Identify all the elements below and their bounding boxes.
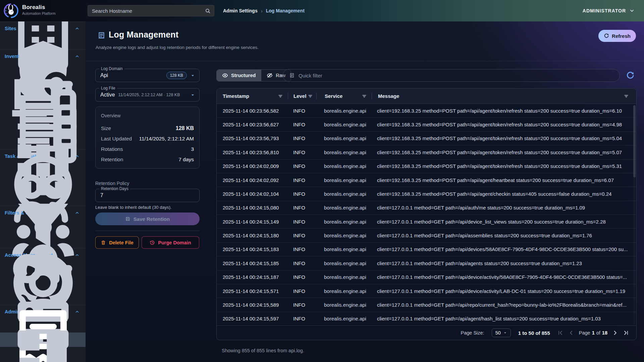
main-content: Log Management Analyze engine logs and a… xyxy=(86,21,644,362)
row-level: INFO xyxy=(288,274,316,280)
pagination-bar: Page Size: 50 1 to 50 of 855 Page 1 of 1… xyxy=(217,325,636,340)
trash-icon xyxy=(101,240,106,245)
delete-file-label: Delete File xyxy=(109,240,133,245)
row-level: INFO xyxy=(288,302,316,308)
overview-row-label: Last Updated xyxy=(101,136,132,142)
overview-row-label: Rotations xyxy=(101,146,123,152)
log-domain-select[interactable]: Log Domain Api 128 KB xyxy=(95,69,200,82)
table-row-2025-11-14-00-24-15-080[interactable]: 2025-11-14 00:24:15,080 INFO borealis.en… xyxy=(217,201,636,215)
breadcrumb-current[interactable]: Log Management xyxy=(266,8,305,13)
table-row-2025-11-14-00-23-56-582[interactable]: 2025-11-14 00:23:56,582 INFO borealis.en… xyxy=(217,104,636,117)
breadcrumb-parent[interactable]: Admin Settings xyxy=(223,8,258,13)
row-timestamp: 2025-11-14 00:24:15,149 xyxy=(217,219,288,225)
row-service: borealis.engine.api xyxy=(316,191,371,197)
retention-days-input[interactable] xyxy=(100,192,195,198)
table-row-2025-11-14-00-24-15-571[interactable]: 2025-11-14 00:24:15,571 INFO borealis.en… xyxy=(217,284,636,298)
page-title: Log Management xyxy=(109,30,178,40)
filter-icon[interactable] xyxy=(624,94,629,99)
row-message: client=127.0.0.1 method=GET path=/api/de… xyxy=(371,274,636,280)
caret-down-icon xyxy=(190,93,195,98)
borealis-logo xyxy=(3,3,19,18)
row-range: 1 to 50 of 855 xyxy=(518,330,550,336)
page-word: Page xyxy=(579,330,590,336)
scrollbar-thumb[interactable] xyxy=(633,105,636,177)
row-level: INFO xyxy=(288,233,316,238)
row-timestamp: 2025-11-14 00:24:15,597 xyxy=(217,316,288,321)
caret-down-icon xyxy=(190,73,195,78)
log-file-select[interactable]: Log File Active 11/14/2025, 2:12:12 AM ·… xyxy=(95,88,200,102)
table-row-2025-11-14-00-24-15-589[interactable]: 2025-11-14 00:24:15,589 INFO borealis.en… xyxy=(217,298,636,311)
row-message: client=127.0.0.1 method=GET path=/api/as… xyxy=(371,233,636,238)
table-row-2025-11-14-00-24-15-187[interactable]: 2025-11-14 00:24:15,187 INFO borealis.en… xyxy=(217,270,636,284)
quick-filter[interactable] xyxy=(283,69,620,82)
table-row-2025-11-14-00-24-15-180[interactable]: 2025-11-14 00:24:15,180 INFO borealis.en… xyxy=(217,228,636,242)
table-scrollbar[interactable] xyxy=(633,105,636,324)
row-level: INFO xyxy=(288,316,316,321)
quick-filter-input[interactable] xyxy=(299,73,614,78)
table-row-2025-11-14-00-24-15-149[interactable]: 2025-11-14 00:24:15,149 INFO borealis.en… xyxy=(217,215,636,228)
retention-policy-heading: Retention Policy xyxy=(95,181,200,186)
prev-page-icon[interactable] xyxy=(568,330,574,336)
overview-row-value: 7 days xyxy=(178,157,194,163)
last-page-icon[interactable] xyxy=(623,330,629,336)
row-message: client=127.0.0.1 method=GET path=/api/de… xyxy=(371,288,636,294)
refresh-button[interactable]: Refresh xyxy=(598,30,636,42)
log-file-label: Log File xyxy=(99,86,117,90)
row-message: client=127.0.0.1 method=GET path=/api/au… xyxy=(371,205,636,210)
page-size-select[interactable]: 50 xyxy=(492,328,511,337)
row-timestamp: 2025-11-14 00:23:56,793 xyxy=(217,135,288,141)
table-row-2025-11-14-00-24-02-009[interactable]: 2025-11-14 00:24:02,009 INFO borealis.en… xyxy=(217,159,636,173)
table-row-2025-11-14-00-24-15-185[interactable]: 2025-11-14 00:24:15,185 INFO borealis.en… xyxy=(217,256,636,270)
row-timestamp: 2025-11-14 00:23:56,810 xyxy=(217,149,288,155)
refresh-icon xyxy=(604,33,609,39)
user-menu[interactable]: ADMINISTRATOR xyxy=(583,0,635,21)
overview-title: Overview xyxy=(101,113,194,118)
structured-toggle[interactable]: Structured xyxy=(217,70,261,81)
filter-icon[interactable] xyxy=(308,94,313,99)
filter-icon[interactable] xyxy=(362,94,367,99)
retention-days-label: Retention Days xyxy=(99,186,130,191)
row-level: INFO xyxy=(288,122,316,127)
table-row-2025-11-14-00-23-56-810[interactable]: 2025-11-14 00:23:56,810 INFO borealis.en… xyxy=(217,145,636,159)
first-page-icon[interactable] xyxy=(557,330,564,336)
retention-days-field[interactable]: Retention Days xyxy=(95,189,200,202)
row-message: client=127.0.0.1 method=GET path=/api/de… xyxy=(371,246,636,252)
refresh-label: Refresh xyxy=(612,33,631,39)
table-row-2025-11-14-00-24-15-183[interactable]: 2025-11-14 00:24:15,183 INFO borealis.en… xyxy=(217,242,636,256)
log-page-icon xyxy=(97,32,106,40)
table-row-2025-11-14-00-24-15-597[interactable]: 2025-11-14 00:24:15,597 INFO borealis.en… xyxy=(217,312,636,325)
page-subtitle: Analyze engine logs and adjust log reten… xyxy=(96,45,259,50)
row-timestamp: 2025-11-14 00:24:15,571 xyxy=(217,288,288,294)
purge-domain-label: Purge Domain xyxy=(158,240,191,245)
overview-row-value: 11/14/2025, 2:12:12 AM xyxy=(139,136,194,142)
row-service: borealis.engine.api xyxy=(316,135,371,141)
table-row-2025-11-14-00-23-56-627[interactable]: 2025-11-14 00:23:56,627 INFO borealis.en… xyxy=(217,117,636,131)
filter-icon[interactable] xyxy=(278,94,283,99)
next-page-icon[interactable] xyxy=(612,330,618,336)
log-file-value: Active xyxy=(100,92,115,98)
table-row-2025-11-14-00-24-02-104[interactable]: 2025-11-14 00:24:02,104 INFO borealis.en… xyxy=(217,187,636,200)
table-row-2025-11-14-00-24-02-092[interactable]: 2025-11-14 00:24:02,092 INFO borealis.en… xyxy=(217,173,636,187)
delete-file-button[interactable]: Delete File xyxy=(95,236,139,249)
purge-domain-button[interactable]: Purge Domain xyxy=(142,236,199,249)
log-domain-value: Api xyxy=(100,72,108,78)
save-retention-label: Save Retention xyxy=(133,216,170,222)
row-service: borealis.engine.api xyxy=(316,288,371,294)
overview-rows: Size 128 KB Last Updated 11/14/2025, 2:1… xyxy=(101,123,194,165)
row-level: INFO xyxy=(288,205,316,210)
row-service: borealis.engine.api xyxy=(316,108,371,114)
hostname-search[interactable] xyxy=(88,5,214,16)
save-retention-button[interactable]: Save Retention xyxy=(95,213,200,225)
caret-down-icon xyxy=(503,331,507,335)
row-message: client=127.0.0.1 method=GET path=/api/de… xyxy=(371,219,636,225)
col-level: Level xyxy=(293,93,306,99)
table-row-2025-11-14-00-23-56-793[interactable]: 2025-11-14 00:23:56,793 INFO borealis.en… xyxy=(217,131,636,145)
sidebar-row-page-template[interactable] xyxy=(0,347,86,361)
search-input[interactable] xyxy=(92,8,205,14)
user-menu-label: ADMINISTRATOR xyxy=(583,8,626,13)
row-message: client=127.0.0.1 method=GET path=/api/ag… xyxy=(371,260,636,266)
table-refresh-icon[interactable] xyxy=(626,71,635,80)
save-icon xyxy=(125,216,130,222)
row-level: INFO xyxy=(288,135,316,141)
row-level: INFO xyxy=(288,177,316,183)
